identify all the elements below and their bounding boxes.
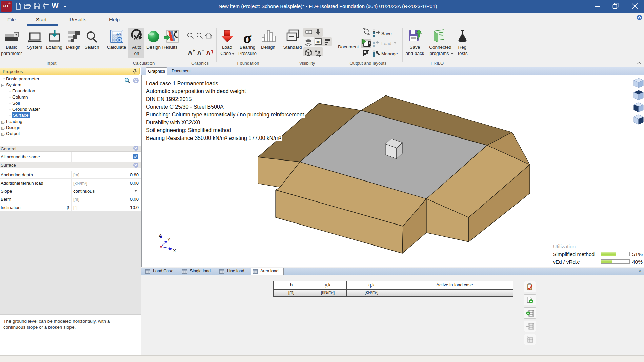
svg-text:Design: Design bbox=[66, 45, 80, 50]
svg-text:+: + bbox=[193, 48, 195, 53]
svg-text:Load: Load bbox=[381, 41, 391, 46]
svg-text:Loading: Loading bbox=[46, 45, 62, 50]
svg-text:Bearing: Bearing bbox=[240, 45, 256, 50]
svg-text:Save: Save bbox=[381, 31, 392, 36]
svg-text:programs: programs bbox=[429, 51, 449, 56]
svg-text:and back: and back bbox=[406, 51, 424, 56]
svg-text:parameter: parameter bbox=[1, 51, 22, 56]
svg-text:Design: Design bbox=[146, 45, 161, 50]
svg-text:Calculate: Calculate bbox=[107, 45, 126, 50]
svg-text:−: − bbox=[202, 48, 204, 53]
svg-text:A: A bbox=[188, 49, 193, 57]
svg-text:Z: Z bbox=[159, 233, 161, 238]
svg-text:σ: σ bbox=[243, 29, 251, 46]
svg-text:Results: Results bbox=[162, 45, 177, 50]
svg-text:Y: Y bbox=[167, 237, 170, 242]
svg-text:Save: Save bbox=[410, 45, 420, 50]
svg-text:Document: Document bbox=[338, 44, 359, 49]
svg-text:Load: Load bbox=[222, 45, 232, 50]
svg-text:Pressure: Pressure bbox=[238, 51, 257, 56]
svg-text:A: A bbox=[197, 49, 202, 57]
svg-text:Basic: Basic bbox=[6, 45, 17, 50]
svg-text:System: System bbox=[27, 45, 42, 50]
svg-text:Auto: Auto bbox=[132, 45, 141, 50]
svg-text:Case: Case bbox=[220, 51, 231, 56]
svg-text:X: X bbox=[173, 248, 176, 253]
svg-text:abl: abl bbox=[317, 40, 320, 43]
svg-text:Tests: Tests bbox=[457, 51, 468, 56]
svg-text:Search: Search bbox=[85, 45, 99, 50]
svg-text:A: A bbox=[206, 49, 211, 57]
svg-text:Reg: Reg bbox=[458, 45, 467, 50]
svg-text:Standard: Standard bbox=[283, 45, 302, 50]
svg-text:Design: Design bbox=[261, 45, 275, 50]
svg-text:on: on bbox=[134, 51, 139, 56]
svg-text:Manage: Manage bbox=[381, 51, 398, 56]
svg-text:Connected: Connected bbox=[429, 45, 451, 50]
svg-text:123: 123 bbox=[116, 32, 121, 35]
